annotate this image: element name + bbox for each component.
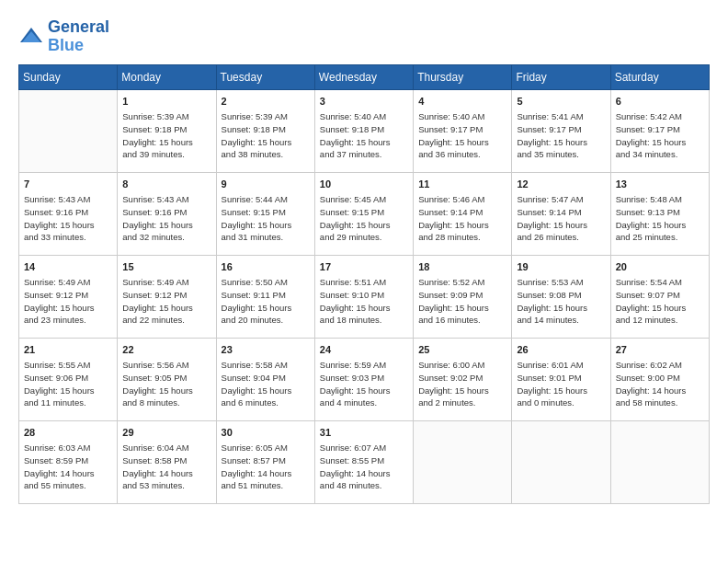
calendar-cell [610, 420, 709, 503]
cell-date: 4 [418, 94, 506, 109]
cell-date: 7 [24, 177, 112, 192]
cell-date: 5 [517, 94, 605, 109]
cell-info: Sunrise: 6:03 AM Sunset: 8:59 PM Dayligh… [24, 442, 112, 492]
cell-date: 16 [222, 259, 310, 275]
calendar-cell: 21Sunrise: 5:55 AM Sunset: 9:06 PM Dayli… [19, 338, 118, 420]
cell-info: Sunrise: 5:47 AM Sunset: 9:14 PM Dayligh… [517, 193, 605, 244]
calendar-cell: 10Sunrise: 5:45 AM Sunset: 9:15 PM Dayli… [314, 172, 413, 255]
day-header-saturday: Saturday [610, 64, 709, 89]
calendar-cell: 9Sunrise: 5:44 AM Sunset: 9:15 PM Daylig… [216, 172, 314, 255]
calendar-cell: 12Sunrise: 5:47 AM Sunset: 9:14 PM Dayli… [512, 172, 610, 255]
logo-text: General Blue [48, 18, 109, 55]
cell-date: 12 [517, 177, 605, 192]
cell-info: Sunrise: 5:40 AM Sunset: 9:18 PM Dayligh… [320, 110, 408, 161]
cell-date: 18 [418, 259, 506, 275]
cell-info: Sunrise: 5:41 AM Sunset: 9:17 PM Dayligh… [517, 110, 605, 161]
cell-info: Sunrise: 5:42 AM Sunset: 9:17 PM Dayligh… [616, 110, 704, 161]
calendar-cell: 2Sunrise: 5:39 AM Sunset: 9:18 PM Daylig… [216, 89, 314, 172]
calendar-header: SundayMondayTuesdayWednesdayThursdayFrid… [19, 64, 710, 89]
cell-date: 1 [122, 94, 210, 109]
cell-info: Sunrise: 5:54 AM Sunset: 9:07 PM Dayligh… [616, 276, 704, 327]
calendar-cell: 28Sunrise: 6:03 AM Sunset: 8:59 PM Dayli… [19, 420, 118, 503]
calendar-cell: 5Sunrise: 5:41 AM Sunset: 9:17 PM Daylig… [512, 89, 610, 172]
day-header-wednesday: Wednesday [314, 64, 413, 89]
calendar-cell: 30Sunrise: 6:05 AM Sunset: 8:57 PM Dayli… [216, 420, 314, 503]
calendar-cell: 8Sunrise: 5:43 AM Sunset: 9:16 PM Daylig… [118, 172, 216, 255]
cell-date: 10 [320, 177, 408, 192]
calendar-cell: 7Sunrise: 5:43 AM Sunset: 9:16 PM Daylig… [19, 172, 118, 255]
calendar-cell [512, 420, 610, 503]
cell-info: Sunrise: 6:01 AM Sunset: 9:01 PM Dayligh… [517, 359, 605, 409]
calendar-cell [19, 89, 118, 172]
cell-date: 26 [517, 342, 605, 358]
calendar-cell: 29Sunrise: 6:04 AM Sunset: 8:58 PM Dayli… [118, 420, 216, 503]
calendar-cell: 19Sunrise: 5:53 AM Sunset: 9:08 PM Dayli… [512, 255, 610, 338]
cell-info: Sunrise: 5:52 AM Sunset: 9:09 PM Dayligh… [418, 276, 506, 327]
calendar-cell: 1Sunrise: 5:39 AM Sunset: 9:18 PM Daylig… [118, 89, 216, 172]
calendar-cell: 14Sunrise: 5:49 AM Sunset: 9:12 PM Dayli… [19, 255, 118, 338]
cell-date: 21 [24, 342, 112, 358]
calendar-cell: 24Sunrise: 5:59 AM Sunset: 9:03 PM Dayli… [314, 338, 413, 420]
calendar-cell: 31Sunrise: 6:07 AM Sunset: 8:55 PM Dayli… [314, 420, 413, 503]
logo-icon [18, 24, 44, 50]
calendar-cell: 13Sunrise: 5:48 AM Sunset: 9:13 PM Dayli… [610, 172, 709, 255]
day-header-sunday: Sunday [19, 64, 118, 89]
cell-date: 9 [222, 177, 310, 192]
day-header-friday: Friday [512, 64, 610, 89]
cell-info: Sunrise: 5:45 AM Sunset: 9:15 PM Dayligh… [320, 193, 408, 244]
logo: General Blue [18, 18, 109, 55]
cell-info: Sunrise: 6:04 AM Sunset: 8:58 PM Dayligh… [122, 442, 210, 492]
day-header-row: SundayMondayTuesdayWednesdayThursdayFrid… [19, 64, 710, 89]
cell-date: 17 [320, 259, 408, 275]
calendar-cell: 15Sunrise: 5:49 AM Sunset: 9:12 PM Dayli… [118, 255, 216, 338]
cell-date: 22 [122, 342, 210, 358]
cell-info: Sunrise: 5:58 AM Sunset: 9:04 PM Dayligh… [222, 359, 310, 409]
calendar-cell: 16Sunrise: 5:50 AM Sunset: 9:11 PM Dayli… [216, 255, 314, 338]
cell-info: Sunrise: 5:46 AM Sunset: 9:14 PM Dayligh… [418, 193, 506, 244]
cell-info: Sunrise: 5:40 AM Sunset: 9:17 PM Dayligh… [418, 110, 506, 161]
calendar-cell [414, 420, 512, 503]
cell-date: 20 [616, 259, 704, 275]
cell-info: Sunrise: 5:49 AM Sunset: 9:12 PM Dayligh… [122, 276, 210, 327]
calendar-cell: 3Sunrise: 5:40 AM Sunset: 9:18 PM Daylig… [314, 89, 413, 172]
calendar-cell: 11Sunrise: 5:46 AM Sunset: 9:14 PM Dayli… [414, 172, 512, 255]
day-header-tuesday: Tuesday [216, 64, 314, 89]
calendar-cell: 27Sunrise: 6:02 AM Sunset: 9:00 PM Dayli… [610, 338, 709, 420]
cell-date: 29 [122, 425, 210, 441]
calendar-cell: 23Sunrise: 5:58 AM Sunset: 9:04 PM Dayli… [216, 338, 314, 420]
cell-info: Sunrise: 5:43 AM Sunset: 9:16 PM Dayligh… [24, 193, 112, 244]
week-row-3: 14Sunrise: 5:49 AM Sunset: 9:12 PM Dayli… [19, 255, 710, 338]
calendar-cell: 25Sunrise: 6:00 AM Sunset: 9:02 PM Dayli… [414, 338, 512, 420]
week-row-4: 21Sunrise: 5:55 AM Sunset: 9:06 PM Dayli… [19, 338, 710, 420]
cell-date: 31 [320, 425, 408, 441]
calendar-table: SundayMondayTuesdayWednesdayThursdayFrid… [18, 64, 710, 504]
cell-date: 25 [418, 342, 506, 358]
cell-date: 28 [24, 425, 112, 441]
page-header: General Blue [18, 18, 710, 55]
cell-info: Sunrise: 5:59 AM Sunset: 9:03 PM Dayligh… [320, 359, 408, 409]
cell-info: Sunrise: 6:00 AM Sunset: 9:02 PM Dayligh… [418, 359, 506, 409]
calendar-cell: 22Sunrise: 5:56 AM Sunset: 9:05 PM Dayli… [118, 338, 216, 420]
cell-info: Sunrise: 6:02 AM Sunset: 9:00 PM Dayligh… [616, 359, 704, 409]
calendar-cell: 17Sunrise: 5:51 AM Sunset: 9:10 PM Dayli… [314, 255, 413, 338]
calendar-cell: 20Sunrise: 5:54 AM Sunset: 9:07 PM Dayli… [610, 255, 709, 338]
cell-date: 6 [616, 94, 704, 109]
cell-date: 19 [517, 259, 605, 275]
week-row-5: 28Sunrise: 6:03 AM Sunset: 8:59 PM Dayli… [19, 420, 710, 503]
cell-date: 27 [616, 342, 704, 358]
cell-date: 11 [418, 177, 506, 192]
day-header-monday: Monday [118, 64, 216, 89]
cell-info: Sunrise: 5:53 AM Sunset: 9:08 PM Dayligh… [517, 276, 605, 327]
cell-date: 15 [122, 259, 210, 275]
calendar-cell: 18Sunrise: 5:52 AM Sunset: 9:09 PM Dayli… [414, 255, 512, 338]
cell-info: Sunrise: 5:43 AM Sunset: 9:16 PM Dayligh… [122, 193, 210, 244]
cell-info: Sunrise: 5:49 AM Sunset: 9:12 PM Dayligh… [24, 276, 112, 327]
cell-info: Sunrise: 6:07 AM Sunset: 8:55 PM Dayligh… [320, 442, 408, 492]
calendar-body: 1Sunrise: 5:39 AM Sunset: 9:18 PM Daylig… [19, 89, 710, 503]
cell-date: 14 [24, 259, 112, 275]
cell-date: 13 [616, 177, 704, 192]
cell-info: Sunrise: 5:39 AM Sunset: 9:18 PM Dayligh… [222, 110, 310, 161]
cell-info: Sunrise: 5:56 AM Sunset: 9:05 PM Dayligh… [122, 359, 210, 409]
cell-info: Sunrise: 5:50 AM Sunset: 9:11 PM Dayligh… [222, 276, 310, 327]
calendar-cell: 6Sunrise: 5:42 AM Sunset: 9:17 PM Daylig… [610, 89, 709, 172]
